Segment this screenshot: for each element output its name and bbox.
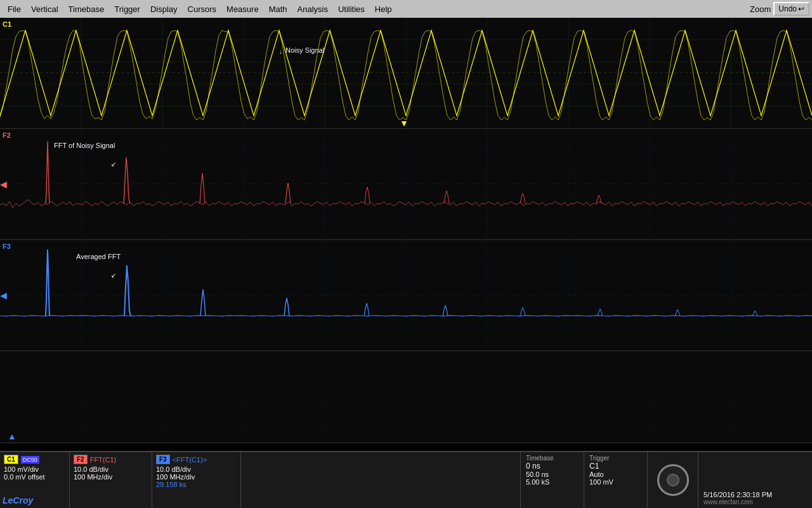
menu-utilities[interactable]: Utilities [333,2,370,17]
trigger-block: Trigger C1 Auto 100 mV [584,452,647,508]
menu-math[interactable]: Math [264,2,292,17]
scope-display: C1 Noisy Signal ↓ ▼ [0,18,812,451]
fft-noisy-label: FFT of Noisy Signal [54,142,115,149]
avg-fft-label: Averaged FFT [76,253,121,260]
trigger-mode: Auto [589,471,642,478]
f3-extra: 29.158 ks [156,481,237,488]
datetime: 5/16/2016 2:30:18 PM [704,491,807,498]
trigger-title: Trigger [589,455,642,462]
datetime-block: 5/16/2016 2:30:18 PM www.elecfan.com [698,452,812,508]
rotary-knob[interactable] [657,464,689,496]
timebase-title: Timebase [526,455,579,462]
f2-freq-div: 100 MHz/div [74,473,148,481]
right-status: Timebase 0 ns 50.0 ns 5.00 kS Trigger C1… [520,452,812,508]
trigger-channel: C1 [589,462,642,471]
watermark-text: www.elecfan.com [704,498,807,505]
f3-channel-label: F3 [3,243,11,250]
f3-status: F3 <FFT(C1)> 10.0 dB/div 100 MHz/div 29.… [152,452,241,508]
menu-trigger[interactable]: Trigger [109,2,145,17]
menu-analysis[interactable]: Analysis [292,2,333,17]
c1-badge: C1 [4,455,18,464]
menu-measure[interactable]: Measure [221,2,264,17]
timebase-ks: 5.00 kS [526,478,579,486]
menu-cursors[interactable]: Cursors [183,2,222,17]
fft-noisy-arrow: ↙ [111,161,116,168]
noisy-signal-arrow: ↓ [279,48,282,55]
status-bar: C1 DC50 100 mV/div 0.0 mV offset F2 FFT(… [0,451,812,508]
f2-name: FFT(C1) [90,456,117,464]
undo-icon: ↩ [798,4,804,13]
zoom-label: Zoom [750,4,771,14]
f2-waveform [0,129,812,239]
f3-db-div: 10.0 dB/div [156,465,237,473]
menu-display[interactable]: Display [145,2,183,17]
trigger-marker-ch1: ▼ [400,118,409,128]
f2-status: F2 FFT(C1) 10.0 dB/div 100 MHz/div [70,452,152,508]
f2-channel-label: F2 [3,131,11,139]
timebase-sample: 50.0 ns [526,471,579,478]
ch2-panel: F2 ◀ FFT of Noisy Signal ↙ [0,129,812,240]
timebase-block: Timebase 0 ns 50.0 ns 5.00 kS [520,452,584,508]
zoom-area: Zoom Undo ↩ [750,2,809,16]
f3-waveform [0,240,812,351]
c1-offset: 0.0 mV offset [4,473,65,481]
menu-help[interactable]: Help [370,2,397,17]
noisy-signal-label: Noisy Signal [285,46,324,54]
ch1-waveform [0,18,812,128]
c1-volts-div: 100 mV/div [4,465,65,473]
f3-bottom-marker: ▲ [8,431,16,441]
c1-dc-badge: DC50 [21,456,39,464]
menubar: File Vertical Timebase Trigger Display C… [0,0,812,18]
menu-timebase[interactable]: Timebase [63,2,110,17]
menu-vertical[interactable]: Vertical [26,2,63,17]
f3-level-marker: ◀ [0,290,7,300]
f2-badge: F2 [74,455,88,464]
control-buttons [647,452,698,508]
f2-level-marker: ◀ [0,179,7,189]
menu-file[interactable]: File [3,2,26,17]
ch1-channel-label: C1 [3,20,11,28]
f3-badge: F3 [156,455,170,464]
undo-button[interactable]: Undo ↩ [773,2,809,16]
ch3-panel: F3 ◀ Averaged FFT ↙ [0,240,812,351]
f3-name: <FFT(C1)> [173,456,207,464]
ch1-panel: C1 Noisy Signal ↓ ▼ [0,18,812,129]
f2-db-div: 10.0 dB/div [74,465,148,473]
avg-fft-arrow: ↙ [111,272,116,279]
undo-label: Undo [778,4,797,13]
trigger-level: 100 mV [589,478,642,486]
lecroy-logo: LeCroy [3,495,33,505]
timebase-value: 0 ns [526,462,579,471]
f3-freq-div: 100 MHz/div [156,473,237,481]
ch4-panel: ▲ [0,351,812,443]
